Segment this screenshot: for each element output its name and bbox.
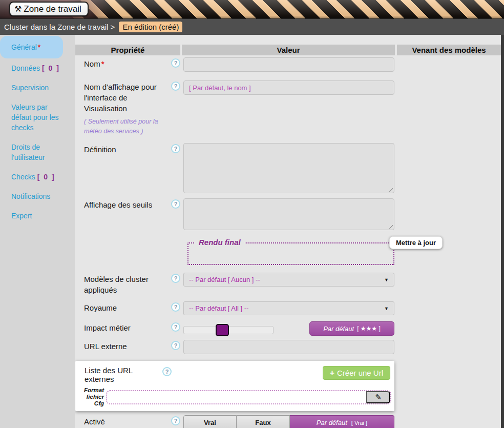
selected-value: -- Par défaut [ All ] -- — [189, 304, 248, 312]
sidebar-item-notifications[interactable]: Notifications — [0, 187, 75, 206]
field-label: Activé — [75, 415, 171, 427]
breadcrumb-path: Cluster dans la Zone de travail > — [4, 23, 115, 31]
field-label-text: Nom d'affichage pour l'interface de Visu… — [84, 83, 157, 113]
field-label-text: URL externe — [84, 342, 127, 351]
field-label-text: Nom — [84, 59, 100, 68]
field-label: Affichage des seuils — [75, 198, 171, 210]
rendu-final-legend: Rendu final — [195, 238, 245, 247]
format-cfg-preview-box[interactable]: ✎ — [106, 390, 391, 404]
format-label-line2: fichier Cfg — [75, 394, 104, 407]
format-fichier-cfg-label: Format fichier Cfg — [75, 387, 104, 407]
row-rendu-final: Rendu final Mettre à jour — [75, 242, 501, 265]
active-toggle-group: Vrai Faux Par défaut [ Vrai ] — [183, 415, 394, 428]
field-label: Royaume — [75, 301, 171, 313]
card-title: Liste des URL externes — [75, 366, 162, 383]
help-icon[interactable]: ? — [171, 302, 180, 312]
affichage-seuils-textarea[interactable] — [183, 198, 394, 230]
help-icon[interactable]: ? — [171, 81, 180, 91]
column-header-propriete: Propriété — [75, 45, 180, 55]
plus-icon: + — [330, 369, 334, 377]
default-stars-value: [ ★★★ ] — [357, 325, 381, 332]
chevron-down-icon: ▼ — [384, 306, 389, 311]
modeles-cluster-select[interactable]: -- Par défaut [ Aucun ] -- ▼ — [183, 273, 394, 287]
nom-affichage-input[interactable] — [183, 80, 394, 95]
liste-url-externes-card: Liste des URL externes ? + Créer une Url… — [75, 361, 394, 411]
breadcrumb: Cluster dans la Zone de travail > En édi… — [0, 18, 504, 35]
help-icon[interactable]: ? — [162, 367, 172, 376]
selected-value: -- Par défaut [ Aucun ] -- — [189, 276, 260, 283]
impact-slider[interactable] — [183, 326, 274, 334]
sidebar-item-label: Droits de l'utilisateur — [11, 143, 45, 161]
column-header-valeur: Valeur — [182, 45, 395, 55]
field-note: ( Seulement utilisé pour la météo des se… — [84, 117, 175, 136]
creer-une-url-label: Créer une Url — [337, 369, 383, 377]
sidebar-item-donnees[interactable]: Données[ 0 ] — [0, 58, 75, 78]
default-prefix: Par défaut — [317, 419, 347, 426]
row-affichage-seuils: Affichage des seuils ? — [75, 198, 501, 230]
help-icon[interactable]: ? — [171, 322, 180, 332]
help-icon[interactable]: ? — [171, 199, 180, 209]
right-edge-strip — [501, 35, 504, 428]
creer-une-url-button[interactable]: + Créer une Url — [323, 366, 390, 380]
field-label-text: Royaume — [84, 303, 117, 312]
pencil-icon: ✎ — [375, 393, 382, 402]
count-badge: [ 0 ] — [37, 173, 55, 181]
definition-textarea[interactable] — [183, 143, 394, 193]
field-label: Nom* — [75, 57, 171, 69]
edit-pencil-button[interactable]: ✎ — [366, 391, 390, 403]
help-icon[interactable]: ? — [171, 58, 180, 68]
format-label-line1: Format — [75, 387, 104, 394]
mettre-a-jour-button[interactable]: Mettre à jour — [389, 236, 443, 249]
field-label-text: Impact métier — [84, 323, 131, 332]
sidebar-item-label: Notifications — [11, 192, 50, 200]
url-externe-input[interactable] — [183, 340, 394, 354]
table-header: Propriété Valeur Venant des modèles — [75, 45, 501, 55]
row-nom-affichage: Nom d'affichage pour l'interface de Visu… — [75, 80, 501, 136]
field-label: Modèles de cluster appliqués — [75, 273, 171, 295]
zone-de-travail-button[interactable]: ⚒ Zone de travail — [9, 2, 89, 16]
sidebar-item-droits-utilisateur[interactable]: Droits de l'utilisateur — [0, 137, 75, 167]
sidebar-item-checks[interactable]: Checks[ 0 ] — [0, 167, 75, 187]
row-impact-metier: Impact métier ? Par défaut [ ★★★ ] — [75, 321, 501, 336]
sidebar-item-supervision[interactable]: Supervision — [0, 78, 75, 97]
royaume-select[interactable]: -- Par défaut [ All ] -- ▼ — [183, 301, 394, 315]
default-prefix: Par défaut — [323, 325, 354, 333]
resize-grip-icon[interactable] — [388, 223, 393, 229]
count-badge: [ 0 ] — [42, 64, 60, 72]
field-label: Impact métier — [75, 321, 171, 333]
main-panel: Propriété Valeur Venant des modèles Nom*… — [75, 35, 501, 428]
faux-button[interactable]: Faux — [237, 415, 290, 428]
field-label: URL externe — [75, 340, 171, 352]
help-icon[interactable]: ? — [171, 341, 180, 350]
help-icon[interactable]: ? — [171, 416, 180, 425]
nom-input[interactable] — [183, 57, 394, 72]
tools-icon: ⚒ — [14, 5, 22, 13]
row-definition: Définition ? — [75, 143, 501, 193]
active-default-button[interactable]: Par défaut [ Vrai ] — [290, 415, 394, 428]
impact-slider-thumb[interactable] — [216, 324, 229, 336]
chevron-down-icon: ▼ — [384, 277, 389, 282]
sidebar-item-general[interactable]: Général* — [0, 36, 63, 58]
sidebar-item-expert[interactable]: Expert — [0, 206, 75, 226]
sidebar-item-label: Expert — [11, 212, 32, 220]
help-icon[interactable]: ? — [171, 274, 180, 283]
row-modeles-cluster: Modèles de cluster appliqués ? -- Par dé… — [75, 273, 501, 295]
help-icon[interactable]: ? — [171, 144, 180, 153]
resize-grip-icon[interactable] — [388, 187, 393, 192]
field-label-text: Définition — [84, 145, 116, 154]
column-header-venant-des-modeles: Venant des modèles — [397, 45, 501, 55]
sidebar-item-valeurs-par-defaut[interactable]: Valeurs par défaut pour les checks — [0, 97, 75, 137]
field-label: Nom d'affichage pour l'interface de Visu… — [75, 80, 171, 136]
row-active: Activé ? Vrai Faux Par défaut [ Vrai ] — [75, 415, 501, 428]
sidebar-item-label: Supervision — [11, 84, 49, 92]
zone-de-travail-label: Zone de travail — [24, 4, 81, 14]
top-hazard-bar: ⚒ Zone de travail — [0, 0, 504, 18]
impact-default-button[interactable]: Par défaut [ ★★★ ] — [309, 321, 394, 336]
status-badge: En édition (créé) — [119, 22, 182, 32]
row-url-externe: URL externe ? — [75, 340, 501, 354]
vrai-button[interactable]: Vrai — [183, 415, 237, 428]
sidebar: Général* Données[ 0 ] Supervision Valeur… — [0, 35, 75, 428]
field-label-text: Affichage des seuils — [84, 200, 152, 209]
required-marker: * — [101, 59, 104, 68]
default-value: [ Vrai ] — [351, 420, 367, 426]
